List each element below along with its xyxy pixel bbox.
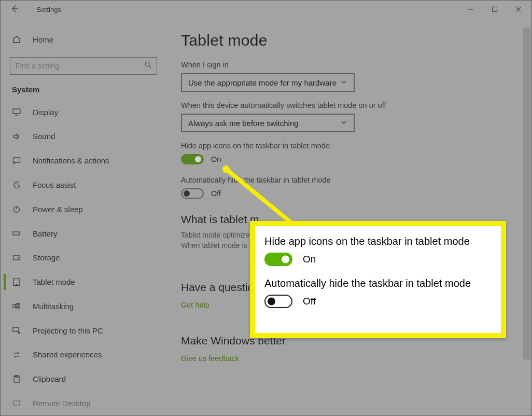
- timeline-icon: [12, 301, 21, 311]
- maximize-button[interactable]: [483, 2, 507, 17]
- sidebar-item-shared-experiences[interactable]: Shared experiences: [1, 343, 166, 367]
- switch-label: When this device automatically switches …: [181, 101, 531, 109]
- svg-rect-3: [13, 158, 20, 162]
- svg-rect-11: [16, 303, 18, 305]
- annotation-dot: [222, 165, 230, 173]
- minimize-button[interactable]: [459, 2, 483, 17]
- chevron-down-icon: [340, 119, 347, 128]
- chat-icon: [12, 156, 21, 165]
- sidebar-item-label: Clipboard: [33, 375, 66, 383]
- hide-icons-label: Hide app icons on the taskbar in tablet …: [181, 142, 531, 150]
- search-input[interactable]: [10, 57, 157, 75]
- back-button[interactable]: [10, 4, 19, 15]
- scrollbar[interactable]: [523, 18, 530, 415]
- sidebar-item-label: Display: [33, 108, 58, 117]
- settings-window: Settings Home System Display Sound Notif…: [0, 0, 532, 416]
- sidebar-item-focus-assist[interactable]: Focus assist: [1, 173, 166, 197]
- sidebar-item-label: Tablet mode: [33, 278, 75, 286]
- auto-hide-toggle[interactable]: [181, 188, 204, 199]
- callout-hide-icons-state: On: [303, 254, 316, 265]
- svg-rect-0: [493, 7, 497, 12]
- nav-home-label: Home: [33, 35, 53, 44]
- sidebar-item-battery[interactable]: Battery: [1, 221, 166, 246]
- feedback-link[interactable]: Give us feedback: [181, 354, 239, 363]
- sidebar-item-display[interactable]: Display: [1, 100, 166, 124]
- signin-select[interactable]: Use the appropriate mode for my hardware: [181, 73, 355, 92]
- swap-icon: [12, 350, 21, 359]
- chevron-down-icon: [340, 78, 347, 87]
- moon-icon: [12, 181, 21, 190]
- speaker-icon: [12, 132, 21, 141]
- sidebar-item-power-sleep[interactable]: Power & sleep: [1, 197, 166, 221]
- svg-rect-2: [13, 109, 20, 114]
- sidebar-item-label: Focus assist: [33, 181, 76, 189]
- battery-icon: [12, 229, 21, 238]
- sidebar-item-storage[interactable]: Storage: [1, 245, 166, 270]
- svg-rect-10: [13, 304, 16, 308]
- tablet-icon: [12, 278, 21, 287]
- auto-hide-label: Automatically hide the taskbar in tablet…: [181, 176, 531, 184]
- sidebar-item-label: Battery: [33, 229, 58, 238]
- sidebar-item-label: Shared experiences: [33, 350, 102, 359]
- sidebar-item-multitasking[interactable]: Multitasking: [1, 294, 166, 318]
- signin-select-value: Use the appropriate mode for my hardware: [188, 78, 337, 87]
- signin-label: When I sign in: [181, 61, 531, 69]
- callout-auto-hide-toggle[interactable]: [264, 295, 292, 308]
- home-icon: [12, 35, 21, 44]
- sidebar: Home System Display Sound Notifications …: [1, 18, 166, 415]
- sidebar-item-sound[interactable]: Sound: [1, 124, 166, 149]
- search-icon: [144, 61, 152, 71]
- sidebar-item-remote-desktop[interactable]: Remote Desktop: [1, 391, 166, 415]
- sidebar-item-label: Projecting to this PC: [33, 326, 103, 335]
- page-title: Tablet mode: [181, 32, 531, 49]
- monitor-icon: [12, 107, 21, 117]
- project-icon: [12, 326, 21, 335]
- callout-hide-icons-toggle[interactable]: [264, 253, 292, 266]
- sidebar-item-label: Storage: [33, 253, 60, 262]
- svg-rect-15: [13, 327, 19, 331]
- hide-icons-toggle[interactable]: [181, 154, 204, 164]
- sidebar-item-label: Multitasking: [33, 302, 74, 311]
- annotation-callout: Hide app icons on the taskbar in tablet …: [250, 221, 506, 338]
- sidebar-item-tablet-mode[interactable]: Tablet mode: [1, 270, 166, 294]
- power-icon: [12, 204, 21, 214]
- svg-rect-12: [18, 303, 20, 305]
- remote-icon: [12, 399, 21, 408]
- svg-rect-18: [13, 401, 20, 405]
- sidebar-item-projecting[interactable]: Projecting to this PC: [1, 318, 166, 343]
- clipboard-icon: [12, 375, 21, 384]
- sidebar-item-label: Power & sleep: [33, 205, 83, 214]
- content-pane: Tablet mode When I sign in Use the appro…: [166, 18, 531, 415]
- svg-point-7: [18, 257, 19, 258]
- scrollbar-thumb[interactable]: [523, 27, 530, 359]
- sidebar-item-clipboard[interactable]: Clipboard: [1, 367, 166, 391]
- titlebar: Settings: [1, 1, 531, 18]
- drive-icon: [12, 253, 21, 262]
- callout-hide-icons-label: Hide app icons on the taskbar in tablet …: [264, 235, 492, 247]
- svg-rect-14: [18, 307, 20, 308]
- switch-select[interactable]: Always ask me before switching: [181, 114, 355, 132]
- get-help-link[interactable]: Get help: [181, 301, 209, 309]
- nav-home[interactable]: Home: [1, 27, 166, 52]
- sidebar-item-label: Remote Desktop: [33, 399, 91, 408]
- auto-hide-state: Off: [211, 189, 221, 198]
- window-title: Settings: [37, 6, 459, 13]
- sidebar-item-label: Sound: [33, 132, 55, 141]
- svg-rect-5: [13, 232, 19, 235]
- svg-point-9: [16, 284, 17, 285]
- svg-point-1: [145, 62, 149, 66]
- callout-auto-hide-state: Off: [303, 296, 316, 307]
- sidebar-item-notifications[interactable]: Notifications & actions: [1, 148, 166, 173]
- callout-auto-hide-label: Automatically hide the taskbar in tablet…: [264, 278, 492, 289]
- close-button[interactable]: [507, 2, 530, 17]
- svg-rect-13: [16, 307, 18, 308]
- section-label: System: [1, 83, 166, 100]
- switch-select-value: Always ask me before switching: [188, 119, 299, 128]
- hide-icons-state: On: [211, 155, 221, 163]
- sidebar-item-label: Notifications & actions: [33, 156, 109, 165]
